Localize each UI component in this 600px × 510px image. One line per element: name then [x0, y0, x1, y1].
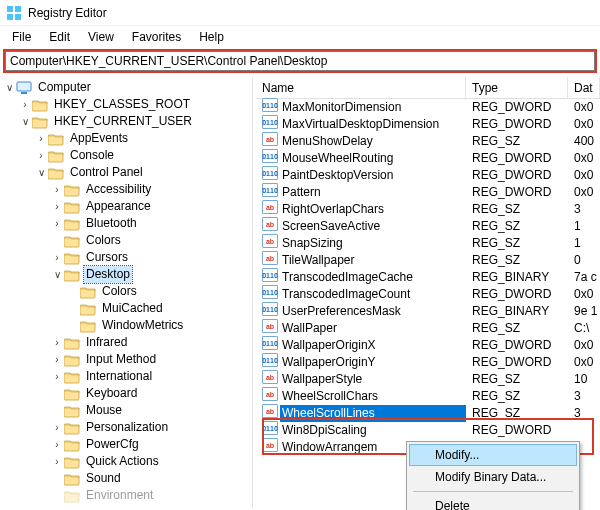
menu-help[interactable]: Help [191, 28, 232, 46]
value-type: REG_DWORD [466, 116, 568, 133]
column-headers: Name Type Dat [256, 77, 600, 99]
value-type: REG_DWORD [466, 354, 568, 371]
value-data: 3 [568, 388, 600, 405]
value-type: REG_DWORD [466, 99, 568, 116]
tree-hkcu[interactable]: ∨HKEY_CURRENT_USER [0, 113, 252, 130]
tree-desktop-muicached[interactable]: MuiCached [0, 300, 252, 317]
tree-hkcr[interactable]: ›HKEY_CLASSES_ROOT [0, 96, 252, 113]
column-name[interactable]: Name [256, 77, 466, 98]
value-type: REG_BINARY [466, 303, 568, 320]
context-modify-binary[interactable]: Modify Binary Data... [409, 466, 577, 488]
value-row[interactable]: TileWallpaperREG_SZ0 [256, 252, 600, 269]
value-data: 0x0 [568, 337, 600, 354]
tree-cursors[interactable]: ›Cursors [0, 249, 252, 266]
value-data: 0x0 [568, 286, 600, 303]
value-name: MaxMonitorDimension [280, 99, 466, 116]
column-type[interactable]: Type [466, 77, 568, 98]
value-name: Win8DpiScaling [280, 422, 466, 439]
tree-quickactions[interactable]: ›Quick Actions [0, 453, 252, 470]
value-row[interactable]: PatternREG_DWORD0x0 [256, 184, 600, 201]
value-data: 1 [568, 235, 600, 252]
menu-favorites[interactable]: Favorites [124, 28, 189, 46]
context-menu: Modify... Modify Binary Data... Delete [406, 441, 580, 510]
tree-keyboard[interactable]: Keyboard [0, 385, 252, 402]
tree-personalization[interactable]: ›Personalization [0, 419, 252, 436]
value-row[interactable]: UserPreferencesMaskREG_BINARY9e 1 [256, 303, 600, 320]
menu-edit[interactable]: Edit [41, 28, 78, 46]
value-data: 0 [568, 252, 600, 269]
value-row[interactable]: WallpaperOriginYREG_DWORD0x0 [256, 354, 600, 371]
value-row[interactable]: WallpaperOriginXREG_DWORD0x0 [256, 337, 600, 354]
value-name: Pattern [280, 184, 466, 201]
value-type: REG_SZ [466, 405, 568, 422]
value-row[interactable]: TranscodedImageCountREG_DWORD0x0 [256, 286, 600, 303]
value-data: 0x0 [568, 150, 600, 167]
tree-console[interactable]: ›Console [0, 147, 252, 164]
value-row[interactable]: RightOverlapCharsREG_SZ3 [256, 201, 600, 218]
value-row[interactable]: Win8DpiScalingREG_DWORD [256, 422, 600, 439]
tree-environment[interactable]: Environment [0, 487, 252, 504]
value-icon [260, 438, 280, 457]
tree-controlpanel[interactable]: ∨Control Panel [0, 164, 252, 181]
tree-desktop[interactable]: ∨Desktop [0, 266, 252, 283]
value-row[interactable]: SnapSizingREG_SZ1 [256, 235, 600, 252]
value-row[interactable]: MaxMonitorDimensionREG_DWORD0x0 [256, 99, 600, 116]
tree-colors[interactable]: Colors [0, 232, 252, 249]
value-data: 400 [568, 133, 600, 150]
tree-mouse[interactable]: Mouse [0, 402, 252, 419]
address-input[interactable] [5, 51, 595, 71]
tree-desktop-windowmetrics[interactable]: WindowMetrics [0, 317, 252, 334]
value-data: 10 [568, 371, 600, 388]
value-name: TranscodedImageCount [280, 286, 466, 303]
tree-sound[interactable]: Sound [0, 470, 252, 487]
value-data: 0x0 [568, 184, 600, 201]
value-row[interactable]: MouseWheelRoutingREG_DWORD0x0 [256, 150, 600, 167]
value-row[interactable]: WallPaperREG_SZC:\ [256, 320, 600, 337]
menu-file[interactable]: File [4, 28, 39, 46]
tree-inputmethod[interactable]: ›Input Method [0, 351, 252, 368]
tree-pane[interactable]: ∨Computer ›HKEY_CLASSES_ROOT ∨HKEY_CURRE… [0, 77, 252, 508]
value-name: WallpaperOriginY [280, 354, 466, 371]
value-row[interactable]: MenuShowDelayREG_SZ400 [256, 133, 600, 150]
value-type: REG_DWORD [466, 167, 568, 184]
value-row[interactable]: MaxVirtualDesktopDimensionREG_DWORD0x0 [256, 116, 600, 133]
tree-bluetooth[interactable]: ›Bluetooth [0, 215, 252, 232]
tree-infrared[interactable]: ›Infrared [0, 334, 252, 351]
value-name: TileWallpaper [280, 252, 466, 269]
value-row[interactable]: WheelScrollLinesREG_SZ3 [256, 405, 600, 422]
title-bar: Registry Editor [0, 0, 600, 26]
value-name: ScreenSaveActive [280, 218, 466, 235]
tree-appearance[interactable]: ›Appearance [0, 198, 252, 215]
value-type: REG_SZ [466, 252, 568, 269]
tree-desktop-colors[interactable]: Colors [0, 283, 252, 300]
menu-view[interactable]: View [80, 28, 122, 46]
tree-powercfg[interactable]: ›PowerCfg [0, 436, 252, 453]
tree-appevents[interactable]: ›AppEvents [0, 130, 252, 147]
value-data: 0x0 [568, 99, 600, 116]
value-type: REG_SZ [466, 218, 568, 235]
value-type: REG_DWORD [466, 337, 568, 354]
value-type: REG_SZ [466, 320, 568, 337]
value-row[interactable]: ScreenSaveActiveREG_SZ1 [256, 218, 600, 235]
menu-bar: File Edit View Favorites Help [0, 26, 600, 47]
value-row[interactable]: WallpaperStyleREG_SZ10 [256, 371, 600, 388]
value-type: REG_DWORD [466, 184, 568, 201]
context-modify[interactable]: Modify... [409, 444, 577, 466]
tree-accessibility[interactable]: ›Accessibility [0, 181, 252, 198]
value-type: REG_BINARY [466, 269, 568, 286]
value-data: 0x0 [568, 116, 600, 133]
value-name: MouseWheelRouting [280, 150, 466, 167]
value-row[interactable]: WheelScrollCharsREG_SZ3 [256, 388, 600, 405]
tree-root[interactable]: ∨Computer [0, 79, 252, 96]
tree-international[interactable]: ›International [0, 368, 252, 385]
value-data: 1 [568, 218, 600, 235]
context-delete[interactable]: Delete [409, 495, 577, 510]
column-data[interactable]: Dat [568, 77, 600, 98]
value-row[interactable]: TranscodedImageCacheREG_BINARY7a c [256, 269, 600, 286]
context-separator [413, 491, 573, 492]
window-title: Registry Editor [28, 6, 107, 20]
value-row[interactable]: PaintDesktopVersionREG_DWORD0x0 [256, 167, 600, 184]
value-data: 3 [568, 201, 600, 218]
address-bar-highlight [3, 49, 597, 73]
value-name: RightOverlapChars [280, 201, 466, 218]
